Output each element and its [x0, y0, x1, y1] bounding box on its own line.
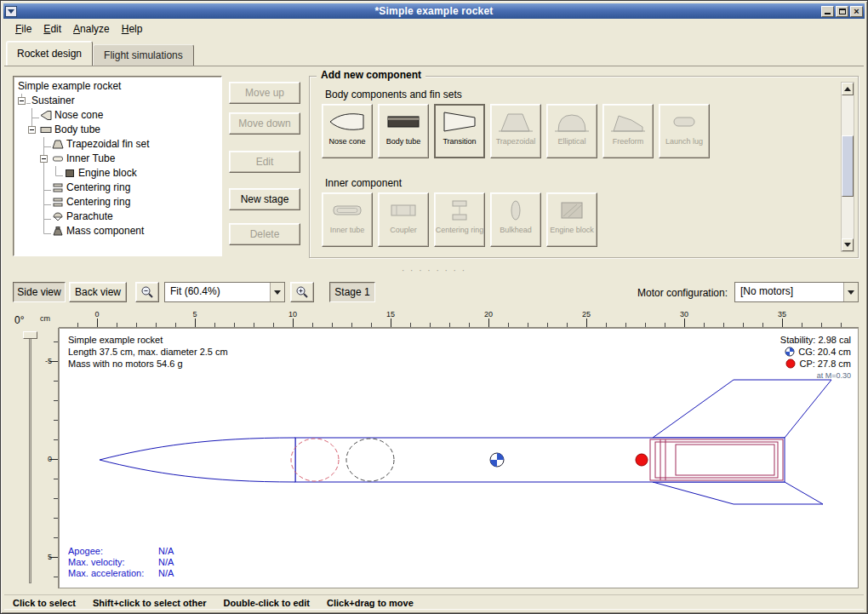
triangle-down-icon: [274, 290, 281, 295]
rotation-angle-value: 0°: [14, 314, 24, 326]
zoom-out-button[interactable]: [135, 282, 159, 302]
add-coupler-button[interactable]: Coupler: [378, 192, 429, 247]
menu-help[interactable]: Help: [116, 21, 149, 37]
launch-lug-icon: [665, 109, 703, 135]
add-transition-button[interactable]: Transition: [434, 104, 485, 158]
tree-row-sustainer[interactable]: Sustainer: [15, 94, 221, 108]
tree-row-centering-ring-2[interactable]: Centering ring: [15, 195, 221, 209]
tree-label[interactable]: Engine block: [78, 167, 137, 179]
cp-value: CP: 27.8 cm: [799, 358, 851, 370]
add-body-tube-button[interactable]: Body tube: [378, 104, 429, 158]
rocket-figure-area: 0° 0 5 10 15 20 25 30 35 cm -5 0 5: [8, 309, 862, 591]
tree-row-trapezoidal-fin-set[interactable]: Trapezoidal fin set: [15, 137, 221, 152]
tree-label[interactable]: Centering ring: [66, 181, 130, 193]
menu-analyze[interactable]: Analyze: [67, 21, 116, 37]
tree-row-mass-component[interactable]: Mass component: [15, 224, 221, 238]
split-pane-divider[interactable]: · · · · · · · ·: [4, 261, 864, 278]
mach-note: at M=0.30: [780, 370, 851, 382]
tree-collapse-handle[interactable]: [18, 97, 26, 105]
tree-row-inner-tube[interactable]: Inner Tube: [15, 152, 221, 166]
tree-label[interactable]: Centering ring: [66, 196, 130, 208]
zoom-level-select[interactable]: Fit (60.4%): [164, 282, 285, 302]
scrollbar-thumb[interactable]: [842, 135, 854, 197]
ruler-label: 35: [774, 310, 791, 318]
back-view-button[interactable]: Back view: [69, 282, 127, 302]
rocket-drawing-canvas[interactable]: Simple example rocket Length 37.5 cm, ma…: [59, 328, 859, 588]
lower-fin-shape[interactable]: [653, 482, 823, 504]
component-panel-scrollbar[interactable]: [841, 82, 854, 252]
menu-file[interactable]: File: [9, 21, 37, 37]
transition-icon: [441, 109, 478, 135]
add-centering-ring-button[interactable]: Centering ring: [434, 192, 485, 247]
add-trapezoidal-fin-button[interactable]: Trapezoidal: [490, 104, 541, 158]
tree-label[interactable]: Parachute: [66, 210, 113, 222]
combo-arrow-button[interactable]: [270, 283, 284, 301]
tree-label[interactable]: Trapezoidal fin set: [66, 138, 150, 150]
minimize-button[interactable]: [821, 6, 834, 17]
rocket-info-block: Simple example rocket Length 37.5 cm, ma…: [68, 334, 228, 370]
scroll-down-button[interactable]: [842, 238, 854, 251]
stage-1-toggle[interactable]: Stage 1: [329, 282, 375, 302]
side-view-button[interactable]: Side view: [13, 282, 66, 302]
tree-label[interactable]: Inner Tube: [66, 152, 115, 164]
nose-cone-shape[interactable]: [100, 438, 295, 482]
elliptical-fin-icon: [553, 109, 591, 135]
combo-arrow-button[interactable]: [843, 283, 858, 301]
inner-tube-icon: [52, 153, 64, 164]
move-down-button[interactable]: Move down: [229, 112, 300, 135]
section-body-components-label: Body components and fin sets: [325, 89, 462, 100]
rocket-name: Simple example rocket: [68, 334, 228, 346]
edit-button[interactable]: Edit: [229, 151, 300, 173]
centering-ring-icon: [52, 182, 64, 193]
menubar: File Edit Analyze Help: [4, 20, 864, 37]
tree-label[interactable]: Body tube: [54, 123, 100, 135]
new-stage-button[interactable]: New stage: [229, 188, 300, 210]
rotation-slider-handle[interactable]: [23, 331, 37, 339]
motor-configuration-select[interactable]: [No motors]: [734, 282, 859, 302]
trapezoidal-fin-icon: [52, 139, 64, 150]
cg-value: CG: 20.4 cm: [798, 346, 851, 358]
ruler-label: 30: [676, 310, 693, 318]
tab-rocket-design[interactable]: Rocket design: [6, 41, 93, 66]
tree-collapse-handle[interactable]: [40, 155, 48, 163]
maximize-button[interactable]: [836, 6, 848, 17]
titlebar[interactable]: *Simple example rocket ×: [3, 3, 865, 19]
tree-label[interactable]: Simple example rocket: [18, 80, 121, 92]
tree-row-body-tube[interactable]: Body tube: [15, 123, 221, 137]
add-inner-tube-button[interactable]: Inner tube: [322, 192, 373, 247]
add-engine-block-button[interactable]: Engine block: [546, 192, 597, 247]
close-button[interactable]: ×: [850, 6, 863, 17]
ruler-label: -5: [45, 357, 52, 365]
tree-row-parachute[interactable]: Parachute: [15, 209, 221, 224]
body-components-row: Nose cone Body tube Transition Trapezoid…: [322, 104, 710, 158]
scroll-up-button[interactable]: [842, 83, 854, 95]
tree-label[interactable]: Sustainer: [31, 95, 75, 106]
component-tree[interactable]: Simple example rocket Sustainer Nose con…: [13, 76, 222, 256]
apogee-label: Apogee:: [68, 546, 158, 557]
tree-row-centering-ring-1[interactable]: Centering ring: [15, 181, 221, 195]
add-launch-lug-button[interactable]: Launch lug: [659, 104, 710, 158]
tree-collapse-handle[interactable]: [28, 126, 36, 134]
zoom-in-button[interactable]: [290, 282, 314, 302]
add-component-title: Add new component: [317, 69, 425, 81]
add-freeform-fin-button[interactable]: Freeform: [602, 104, 654, 158]
tree-row-rocket[interactable]: Simple example rocket: [15, 79, 221, 94]
move-up-button[interactable]: Move up: [229, 82, 300, 104]
triangle-down-icon: [844, 243, 851, 247]
upper-fin-shape[interactable]: [653, 380, 831, 438]
delete-button[interactable]: Delete: [229, 223, 300, 245]
hint-double-click: Double-click to edit: [224, 598, 310, 608]
tree-label[interactable]: Nose cone: [54, 109, 103, 121]
ruler-unit-label: cm: [40, 314, 50, 323]
tree-row-nose-cone[interactable]: Nose cone: [15, 108, 221, 123]
menu-edit[interactable]: Edit: [37, 21, 67, 37]
add-elliptical-fin-button[interactable]: Elliptical: [546, 104, 597, 158]
tab-flight-simulations[interactable]: Flight simulations: [93, 44, 194, 66]
add-nose-cone-button[interactable]: Nose cone: [322, 104, 373, 158]
tree-row-engine-block[interactable]: Engine block: [15, 166, 221, 181]
tree-label[interactable]: Mass component: [66, 225, 144, 237]
window-menu-icon[interactable]: [5, 6, 17, 17]
add-bulkhead-button[interactable]: Bulkhead: [490, 192, 541, 247]
rotation-slider-track[interactable]: [29, 331, 31, 583]
freeform-fin-icon: [609, 109, 647, 135]
